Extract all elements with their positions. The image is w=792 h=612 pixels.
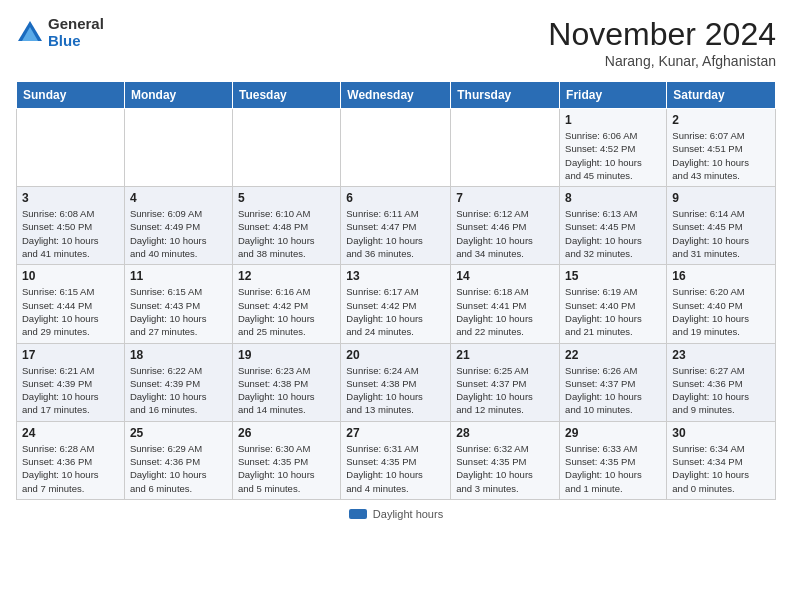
day-number: 7 (456, 191, 554, 205)
calendar-table: SundayMondayTuesdayWednesdayThursdayFrid… (16, 81, 776, 500)
day-cell: 1Sunrise: 6:06 AM Sunset: 4:52 PM Daylig… (560, 109, 667, 187)
logo-general: General (48, 16, 104, 33)
day-number: 22 (565, 348, 661, 362)
day-number: 15 (565, 269, 661, 283)
calendar-body: 1Sunrise: 6:06 AM Sunset: 4:52 PM Daylig… (17, 109, 776, 500)
logo-text: General Blue (48, 16, 104, 49)
day-cell: 24Sunrise: 6:28 AM Sunset: 4:36 PM Dayli… (17, 421, 125, 499)
day-number: 5 (238, 191, 335, 205)
day-cell: 10Sunrise: 6:15 AM Sunset: 4:44 PM Dayli… (17, 265, 125, 343)
location: Narang, Kunar, Afghanistan (548, 53, 776, 69)
day-number: 10 (22, 269, 119, 283)
day-number: 8 (565, 191, 661, 205)
day-number: 19 (238, 348, 335, 362)
weekday-saturday: Saturday (667, 82, 776, 109)
day-info: Sunrise: 6:13 AM Sunset: 4:45 PM Dayligh… (565, 207, 661, 260)
day-info: Sunrise: 6:30 AM Sunset: 4:35 PM Dayligh… (238, 442, 335, 495)
day-number: 24 (22, 426, 119, 440)
day-info: Sunrise: 6:18 AM Sunset: 4:41 PM Dayligh… (456, 285, 554, 338)
day-info: Sunrise: 6:28 AM Sunset: 4:36 PM Dayligh… (22, 442, 119, 495)
day-cell: 23Sunrise: 6:27 AM Sunset: 4:36 PM Dayli… (667, 343, 776, 421)
day-cell (451, 109, 560, 187)
day-cell: 7Sunrise: 6:12 AM Sunset: 4:46 PM Daylig… (451, 187, 560, 265)
weekday-wednesday: Wednesday (341, 82, 451, 109)
day-number: 6 (346, 191, 445, 205)
day-cell (17, 109, 125, 187)
week-row-4: 17Sunrise: 6:21 AM Sunset: 4:39 PM Dayli… (17, 343, 776, 421)
weekday-sunday: Sunday (17, 82, 125, 109)
day-number: 14 (456, 269, 554, 283)
day-cell: 5Sunrise: 6:10 AM Sunset: 4:48 PM Daylig… (232, 187, 340, 265)
weekday-header-row: SundayMondayTuesdayWednesdayThursdayFrid… (17, 82, 776, 109)
day-number: 3 (22, 191, 119, 205)
day-cell: 15Sunrise: 6:19 AM Sunset: 4:40 PM Dayli… (560, 265, 667, 343)
day-number: 21 (456, 348, 554, 362)
day-number: 18 (130, 348, 227, 362)
day-cell: 14Sunrise: 6:18 AM Sunset: 4:41 PM Dayli… (451, 265, 560, 343)
day-info: Sunrise: 6:12 AM Sunset: 4:46 PM Dayligh… (456, 207, 554, 260)
footer-bar: Daylight hours (16, 508, 776, 520)
day-info: Sunrise: 6:15 AM Sunset: 4:43 PM Dayligh… (130, 285, 227, 338)
week-row-3: 10Sunrise: 6:15 AM Sunset: 4:44 PM Dayli… (17, 265, 776, 343)
week-row-2: 3Sunrise: 6:08 AM Sunset: 4:50 PM Daylig… (17, 187, 776, 265)
day-number: 29 (565, 426, 661, 440)
day-info: Sunrise: 6:32 AM Sunset: 4:35 PM Dayligh… (456, 442, 554, 495)
day-cell: 11Sunrise: 6:15 AM Sunset: 4:43 PM Dayli… (124, 265, 232, 343)
weekday-monday: Monday (124, 82, 232, 109)
day-info: Sunrise: 6:11 AM Sunset: 4:47 PM Dayligh… (346, 207, 445, 260)
day-info: Sunrise: 6:08 AM Sunset: 4:50 PM Dayligh… (22, 207, 119, 260)
day-cell (232, 109, 340, 187)
day-cell: 6Sunrise: 6:11 AM Sunset: 4:47 PM Daylig… (341, 187, 451, 265)
day-cell (341, 109, 451, 187)
title-block: November 2024 Narang, Kunar, Afghanistan (548, 16, 776, 69)
day-cell: 12Sunrise: 6:16 AM Sunset: 4:42 PM Dayli… (232, 265, 340, 343)
day-cell: 4Sunrise: 6:09 AM Sunset: 4:49 PM Daylig… (124, 187, 232, 265)
day-cell: 26Sunrise: 6:30 AM Sunset: 4:35 PM Dayli… (232, 421, 340, 499)
day-info: Sunrise: 6:10 AM Sunset: 4:48 PM Dayligh… (238, 207, 335, 260)
week-row-5: 24Sunrise: 6:28 AM Sunset: 4:36 PM Dayli… (17, 421, 776, 499)
month-title: November 2024 (548, 16, 776, 53)
day-number: 28 (456, 426, 554, 440)
day-info: Sunrise: 6:06 AM Sunset: 4:52 PM Dayligh… (565, 129, 661, 182)
day-info: Sunrise: 6:21 AM Sunset: 4:39 PM Dayligh… (22, 364, 119, 417)
day-number: 1 (565, 113, 661, 127)
day-number: 26 (238, 426, 335, 440)
day-number: 12 (238, 269, 335, 283)
day-number: 23 (672, 348, 770, 362)
day-cell: 30Sunrise: 6:34 AM Sunset: 4:34 PM Dayli… (667, 421, 776, 499)
logo: General Blue (16, 16, 104, 49)
day-info: Sunrise: 6:14 AM Sunset: 4:45 PM Dayligh… (672, 207, 770, 260)
day-number: 20 (346, 348, 445, 362)
day-info: Sunrise: 6:34 AM Sunset: 4:34 PM Dayligh… (672, 442, 770, 495)
day-cell: 9Sunrise: 6:14 AM Sunset: 4:45 PM Daylig… (667, 187, 776, 265)
day-info: Sunrise: 6:27 AM Sunset: 4:36 PM Dayligh… (672, 364, 770, 417)
day-info: Sunrise: 6:20 AM Sunset: 4:40 PM Dayligh… (672, 285, 770, 338)
day-info: Sunrise: 6:19 AM Sunset: 4:40 PM Dayligh… (565, 285, 661, 338)
day-info: Sunrise: 6:17 AM Sunset: 4:42 PM Dayligh… (346, 285, 445, 338)
day-cell: 2Sunrise: 6:07 AM Sunset: 4:51 PM Daylig… (667, 109, 776, 187)
day-info: Sunrise: 6:26 AM Sunset: 4:37 PM Dayligh… (565, 364, 661, 417)
daylight-label: Daylight hours (373, 508, 443, 520)
day-info: Sunrise: 6:31 AM Sunset: 4:35 PM Dayligh… (346, 442, 445, 495)
day-cell: 25Sunrise: 6:29 AM Sunset: 4:36 PM Dayli… (124, 421, 232, 499)
day-number: 11 (130, 269, 227, 283)
day-info: Sunrise: 6:07 AM Sunset: 4:51 PM Dayligh… (672, 129, 770, 182)
day-cell: 13Sunrise: 6:17 AM Sunset: 4:42 PM Dayli… (341, 265, 451, 343)
day-cell: 3Sunrise: 6:08 AM Sunset: 4:50 PM Daylig… (17, 187, 125, 265)
logo-icon (16, 19, 44, 47)
day-number: 9 (672, 191, 770, 205)
day-cell: 21Sunrise: 6:25 AM Sunset: 4:37 PM Dayli… (451, 343, 560, 421)
day-cell: 16Sunrise: 6:20 AM Sunset: 4:40 PM Dayli… (667, 265, 776, 343)
week-row-1: 1Sunrise: 6:06 AM Sunset: 4:52 PM Daylig… (17, 109, 776, 187)
day-number: 17 (22, 348, 119, 362)
day-info: Sunrise: 6:23 AM Sunset: 4:38 PM Dayligh… (238, 364, 335, 417)
day-info: Sunrise: 6:09 AM Sunset: 4:49 PM Dayligh… (130, 207, 227, 260)
day-cell: 28Sunrise: 6:32 AM Sunset: 4:35 PM Dayli… (451, 421, 560, 499)
day-number: 30 (672, 426, 770, 440)
day-info: Sunrise: 6:33 AM Sunset: 4:35 PM Dayligh… (565, 442, 661, 495)
day-cell: 20Sunrise: 6:24 AM Sunset: 4:38 PM Dayli… (341, 343, 451, 421)
day-info: Sunrise: 6:22 AM Sunset: 4:39 PM Dayligh… (130, 364, 227, 417)
day-cell (124, 109, 232, 187)
day-number: 2 (672, 113, 770, 127)
day-cell: 22Sunrise: 6:26 AM Sunset: 4:37 PM Dayli… (560, 343, 667, 421)
